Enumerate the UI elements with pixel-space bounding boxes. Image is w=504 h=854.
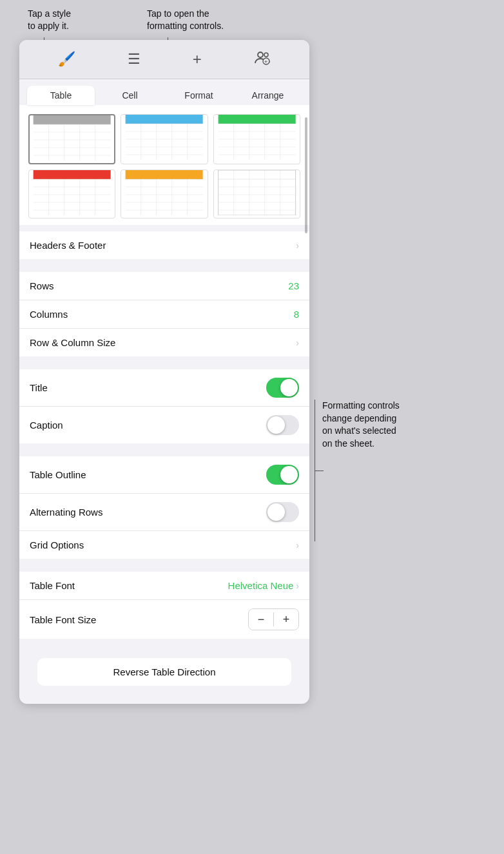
svg-rect-4 bbox=[34, 115, 111, 124]
tab-table[interactable]: Table bbox=[27, 86, 95, 105]
add-icon[interactable]: + bbox=[188, 48, 207, 71]
title-label: Title bbox=[30, 382, 48, 393]
rows-value: 23 bbox=[288, 280, 299, 291]
font-size-stepper: − + bbox=[248, 608, 299, 630]
style-thumb-1[interactable] bbox=[28, 114, 115, 164]
divider-2 bbox=[19, 356, 309, 363]
caption-row: Caption bbox=[19, 407, 309, 443]
svg-rect-24 bbox=[218, 115, 295, 124]
headers-footer-chevron: › bbox=[296, 240, 299, 251]
row-column-size-row[interactable]: Row & Column Size › bbox=[19, 329, 309, 356]
tab-bar: Table Cell Format Arrange bbox=[19, 79, 309, 105]
style-thumb-2[interactable] bbox=[121, 114, 208, 164]
table-font-label: Table Font bbox=[30, 580, 75, 591]
columns-row[interactable]: Columns 8 bbox=[19, 300, 309, 329]
columns-label: Columns bbox=[30, 309, 68, 320]
caption-label: Caption bbox=[30, 420, 63, 431]
divider-1 bbox=[19, 259, 309, 266]
tab-arrange[interactable]: Arrange bbox=[234, 86, 302, 105]
style-thumb-5[interactable] bbox=[121, 170, 208, 218]
headers-footer-label: Headers & Footer bbox=[30, 240, 106, 251]
paintbrush-icon[interactable]: 🖌️ bbox=[53, 48, 81, 70]
rows-row[interactable]: Rows 23 bbox=[19, 272, 309, 300]
alternating-rows-row: Alternating Rows bbox=[19, 494, 309, 531]
alternating-rows-label: Alternating Rows bbox=[30, 507, 102, 518]
annotation-tick bbox=[315, 471, 324, 471]
font-size-decrease-button[interactable]: − bbox=[249, 609, 273, 630]
style-thumb-3[interactable] bbox=[213, 114, 300, 164]
tap-format-callout: Tap to open the formatting controls. bbox=[147, 8, 224, 32]
svg-rect-54 bbox=[218, 170, 295, 215]
title-caption-section: Title Caption bbox=[19, 369, 309, 443]
font-size-increase-button[interactable]: + bbox=[274, 609, 298, 630]
grid-options-chevron: › bbox=[296, 540, 299, 550]
headers-footer-row[interactable]: Headers & Footer › bbox=[19, 231, 309, 259]
svg-rect-44 bbox=[126, 170, 203, 179]
title-row: Title bbox=[19, 369, 309, 407]
svg-point-0 bbox=[258, 52, 263, 57]
font-section: Table Font Helvetica Neue › Table Font S… bbox=[19, 572, 309, 639]
columns-value: 8 bbox=[294, 309, 299, 320]
divider-4 bbox=[19, 559, 309, 565]
outline-section: Table Outline Alternating Rows Grid Opti… bbox=[19, 456, 309, 559]
svg-point-1 bbox=[264, 53, 268, 57]
rows-label: Rows bbox=[30, 280, 54, 291]
format-panel: 🖌️ ☰ + + Table Cell Format Arrange bbox=[19, 40, 309, 704]
row-column-size-label: Row & Column Size bbox=[30, 337, 115, 348]
scrollbar[interactable] bbox=[305, 117, 307, 233]
divider-3 bbox=[19, 443, 309, 450]
table-outline-toggle-knob bbox=[280, 466, 298, 483]
table-outline-label: Table Outline bbox=[30, 469, 86, 480]
table-font-size-row: Table Font Size − + bbox=[19, 600, 309, 639]
alternating-rows-toggle[interactable] bbox=[266, 502, 299, 522]
headers-footer-section: Headers & Footer › bbox=[19, 231, 309, 259]
table-font-row[interactable]: Table Font Helvetica Neue › bbox=[19, 572, 309, 600]
grid-options-row[interactable]: Grid Options › bbox=[19, 531, 309, 559]
style-grid bbox=[19, 105, 309, 225]
tap-style-callout: Tap a style to apply it. bbox=[28, 8, 71, 32]
style-thumb-6[interactable] bbox=[213, 170, 300, 218]
title-toggle[interactable] bbox=[266, 378, 299, 398]
table-font-value-group: Helvetica Neue › bbox=[228, 580, 299, 591]
table-font-size-label: Table Font Size bbox=[30, 614, 96, 625]
reverse-button-container: Reverse Table Direction bbox=[19, 645, 309, 704]
svg-rect-14 bbox=[126, 115, 203, 124]
svg-rect-34 bbox=[34, 170, 111, 179]
caption-toggle[interactable] bbox=[266, 415, 299, 435]
table-outline-row: Table Outline bbox=[19, 456, 309, 494]
table-font-chevron: › bbox=[296, 581, 299, 591]
alternating-rows-toggle-knob bbox=[267, 503, 285, 521]
title-toggle-knob bbox=[280, 379, 298, 396]
divider-5 bbox=[19, 639, 309, 645]
svg-text:+: + bbox=[264, 59, 267, 65]
formatting-controls-annotation: Formatting controls change depending on … bbox=[322, 400, 445, 450]
row-column-size-chevron: › bbox=[296, 338, 299, 348]
tab-format[interactable]: Format bbox=[165, 86, 233, 105]
reverse-table-direction-button[interactable]: Reverse Table Direction bbox=[37, 658, 291, 686]
table-outline-toggle[interactable] bbox=[266, 465, 299, 485]
collaborators-icon[interactable]: + bbox=[249, 46, 276, 72]
toolbar: 🖌️ ☰ + + bbox=[19, 40, 309, 79]
size-section: Rows 23 Columns 8 Row & Column Size › bbox=[19, 272, 309, 356]
caption-toggle-knob bbox=[267, 416, 285, 434]
format-lines-icon[interactable]: ☰ bbox=[122, 48, 146, 70]
table-font-value: Helvetica Neue bbox=[228, 580, 294, 591]
grid-options-label: Grid Options bbox=[30, 539, 84, 550]
style-thumb-4[interactable] bbox=[28, 170, 115, 218]
tab-cell[interactable]: Cell bbox=[96, 86, 164, 105]
